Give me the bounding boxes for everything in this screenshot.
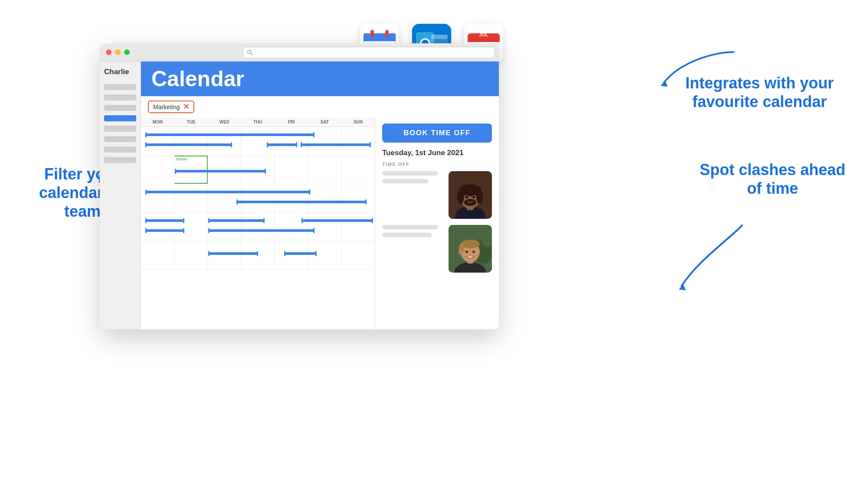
today-label: TODAY — [176, 157, 187, 161]
person-avatar-man — [449, 225, 492, 273]
sidebar-item[interactable] — [104, 157, 136, 163]
calendar-title: Calendar — [151, 66, 244, 91]
filter-chip[interactable]: Marketing ✕ — [148, 101, 194, 113]
cal-bar — [145, 191, 310, 193]
svg-point-51 — [466, 251, 468, 253]
cal-bar — [175, 170, 266, 172]
spot-clashes-annotation: Spot clashes ahead of time — [699, 160, 846, 198]
calendar-rows-wrapper: TODAY — [141, 127, 375, 270]
svg-text:JUL: JUL — [479, 32, 488, 37]
cal-bar — [145, 219, 184, 222]
title-bar — [100, 43, 499, 62]
right-panel: BOOK TIME OFF Tuesday, 1st June 2021 TIM… — [375, 117, 499, 329]
sidebar-item-active[interactable] — [104, 115, 136, 121]
cal-bar — [267, 143, 297, 146]
filter-bar: Marketing ✕ — [141, 96, 499, 117]
svg-point-50 — [459, 249, 463, 255]
day-header-sun: SUN — [341, 117, 375, 127]
sidebar-title: Charlie — [100, 62, 141, 80]
day-header-tue: TUE — [174, 117, 208, 127]
search-bar[interactable] — [243, 47, 495, 58]
cal-bar — [236, 201, 367, 203]
integrates-arrow — [655, 39, 742, 91]
main-content: Calendar Marketing ✕ MON TUE WED THU FRI… — [141, 62, 499, 329]
sidebar-item[interactable] — [104, 84, 136, 90]
selected-date: Tuesday, 1st June 2021 — [382, 149, 492, 157]
person-bar-1b — [382, 179, 429, 183]
sidebar: Charlie — [100, 62, 141, 329]
cal-bar — [145, 133, 314, 136]
sidebar-item[interactable] — [104, 126, 136, 132]
sidebar-item[interactable] — [104, 94, 136, 101]
day-header-thu: THU — [241, 117, 275, 127]
svg-point-35 — [457, 190, 464, 204]
day-header-fri: FRI — [275, 117, 308, 127]
filter-chip-label: Marketing — [153, 104, 180, 111]
svg-point-41 — [473, 196, 475, 198]
maximize-dot[interactable] — [124, 49, 130, 55]
svg-point-28 — [248, 50, 251, 54]
person-row-2 — [382, 225, 492, 273]
cal-bar — [284, 252, 317, 255]
sidebar-item[interactable] — [104, 105, 136, 111]
svg-rect-9 — [385, 30, 389, 37]
sidebar-item[interactable] — [104, 136, 136, 142]
day-header-mon: MON — [141, 117, 174, 127]
person-bar-1a — [382, 171, 438, 176]
book-time-off-button[interactable]: BOOK TIME OFF — [382, 124, 492, 143]
calendar-grid: MON TUE WED THU FRI SAT SUN — [141, 117, 375, 329]
person-bar-2a — [382, 225, 438, 229]
close-dot[interactable] — [106, 49, 111, 55]
svg-rect-20 — [431, 35, 448, 39]
cal-row-4 — [141, 213, 375, 241]
svg-point-40 — [466, 196, 468, 198]
cal-row-3 — [141, 184, 375, 213]
svg-rect-6 — [364, 39, 396, 41]
cal-bar — [208, 219, 265, 222]
minimize-dot[interactable] — [115, 49, 121, 55]
cal-bar — [145, 143, 232, 146]
search-icon — [247, 49, 253, 55]
person-row-1 — [382, 171, 492, 219]
day-headers: MON TUE WED THU FRI SAT SUN — [141, 117, 375, 127]
calendar-header: Calendar — [141, 62, 499, 96]
filter-chip-close[interactable]: ✕ — [183, 103, 189, 111]
sidebar-item[interactable] — [104, 146, 136, 153]
cal-bar — [208, 229, 314, 232]
app-window: Charlie Calendar Marketing ✕ — [100, 43, 499, 329]
person-avatar-woman — [449, 171, 492, 219]
cal-bar — [145, 229, 184, 232]
cal-bar — [208, 252, 258, 255]
svg-point-36 — [476, 190, 483, 204]
svg-line-29 — [251, 53, 253, 55]
day-header-wed: WED — [208, 117, 241, 127]
cal-bar — [301, 143, 371, 146]
cal-row-5 — [141, 241, 375, 270]
svg-point-52 — [473, 251, 475, 253]
cal-row-2: TODAY — [141, 156, 375, 184]
cal-bar — [301, 219, 373, 222]
spot-clashes-arrow — [673, 217, 760, 295]
day-header-sat: SAT — [308, 117, 341, 127]
person-bar-2b — [382, 233, 432, 237]
cal-row-1 — [141, 127, 375, 156]
calendar-body: MON TUE WED THU FRI SAT SUN — [141, 117, 499, 329]
time-off-label: TIME OFF — [382, 162, 492, 167]
svg-rect-8 — [370, 30, 374, 37]
